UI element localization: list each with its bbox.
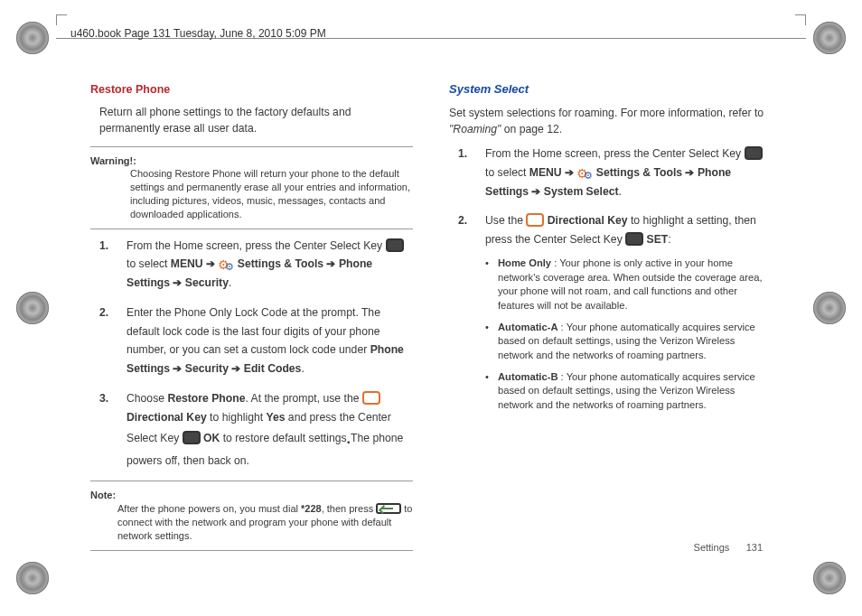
text: to highlight <box>207 411 267 424</box>
step-number: 1. <box>458 145 467 163</box>
text: , then press <box>322 503 377 514</box>
star-code: *228 <box>301 503 322 514</box>
arrow-icon: ➔ <box>529 185 544 198</box>
divider <box>90 481 413 481</box>
text: Enter the Phone Only Lock Code at the pr… <box>126 306 380 356</box>
option-title: Home Only <box>498 257 551 268</box>
center-select-key-icon <box>386 238 404 252</box>
side-ornament-icon <box>16 292 49 324</box>
arrow-icon: ➔ <box>562 166 577 179</box>
divider <box>90 550 413 551</box>
step-2: 2. Use the Directional Key to highlight … <box>458 211 772 412</box>
text: From the Home screen, press the Center S… <box>126 239 386 252</box>
center-select-key-icon <box>183 431 201 444</box>
text: Choose <box>126 392 167 405</box>
page-footer: Settings 131 <box>694 542 763 553</box>
options-list: Home Only : Your phone is only active in… <box>485 257 772 413</box>
footer-section: Settings <box>694 542 730 553</box>
center-select-key-icon <box>625 232 643 246</box>
note-block: Note: After the phone powers on, you mus… <box>90 489 413 542</box>
text: . <box>301 362 304 375</box>
step-number: 2. <box>458 211 467 230</box>
intro-text: Set system selections for roaming. For m… <box>449 106 772 137</box>
divider <box>90 146 413 147</box>
option-automatic-a: Automatic-A : Your phone automatically a… <box>485 321 772 363</box>
corner-ornament-icon <box>16 22 49 54</box>
arrow-icon: ➔ <box>203 257 219 270</box>
note-label: Note: <box>90 490 116 500</box>
system-select-label: System Select <box>544 185 619 198</box>
restore-steps: 1. From the Home screen, press the Cente… <box>99 237 413 471</box>
directional-key-label: Directional Key <box>126 411 207 424</box>
text: . <box>619 185 622 198</box>
ok-label: OK <box>201 432 220 444</box>
settings-gear-icon <box>576 165 593 179</box>
text: . At the prompt, use the <box>245 392 361 405</box>
arrow-icon: ➔ <box>170 276 185 289</box>
intro-text: Return all phone settings to the factory… <box>99 105 413 136</box>
footer-page-number: 131 <box>746 542 763 553</box>
text: Set system selections for roaming. For m… <box>449 107 764 119</box>
warning-text: Choosing Restore Phone will return your … <box>130 167 413 220</box>
warning-block: Warning!: Choosing Restore Phone will re… <box>90 154 413 221</box>
arrow-icon: ➔ <box>229 362 244 375</box>
option-title: Automatic-B <box>498 371 558 382</box>
text: . <box>229 276 231 289</box>
text: to select <box>126 257 171 270</box>
security-label: Security <box>185 362 229 375</box>
heading-system-select: System Select <box>449 81 772 98</box>
step-1: 1. From the Home screen, press the Cente… <box>458 145 772 201</box>
step-number: 3. <box>99 389 108 408</box>
side-ornament-icon <box>813 292 846 324</box>
right-column: System Select Set system selections for … <box>449 81 772 562</box>
text: on page 12. <box>504 123 562 135</box>
text: : <box>668 233 670 246</box>
directional-key-icon <box>362 391 380 405</box>
crop-mark-icon <box>56 14 67 25</box>
arrow-icon: ➔ <box>682 166 698 179</box>
directional-key-label: Directional Key <box>544 214 627 227</box>
text: to select <box>485 166 529 179</box>
page-content: Restore Phone Return all phone settings … <box>90 81 772 562</box>
crop-mark-icon <box>795 14 806 25</box>
divider <box>90 229 413 229</box>
center-select-key-icon <box>745 146 763 160</box>
text: From the Home screen, press the Center S… <box>485 147 745 160</box>
text: to restore default settings <box>220 432 346 444</box>
option-automatic-b: Automatic-B : Your phone automatically a… <box>485 370 772 413</box>
edit-codes-label: Edit Codes <box>244 362 302 375</box>
settings-tools-label: Settings & Tools <box>234 257 323 270</box>
step-2: 2. Enter the Phone Only Lock Code at the… <box>99 303 413 378</box>
security-label: Security <box>185 276 229 289</box>
step-1: 1. From the Home screen, press the Cente… <box>99 237 413 293</box>
settings-gear-icon <box>218 257 234 270</box>
corner-ornament-icon <box>16 562 49 594</box>
arrow-icon: ➔ <box>323 257 339 270</box>
text: After the phone powers on, you must dial <box>117 503 301 514</box>
step-number: 1. <box>99 237 108 256</box>
step-number: 2. <box>99 303 108 322</box>
option-home-only: Home Only : Your phone is only active in… <box>485 257 772 313</box>
system-select-steps: 1. From the Home screen, press the Cente… <box>458 145 772 412</box>
arrow-icon: ➔ <box>170 362 185 375</box>
text: Use the <box>485 214 526 227</box>
directional-key-icon <box>526 213 544 227</box>
heading-restore-phone: Restore Phone <box>90 81 413 98</box>
option-title: Automatic-A <box>498 322 558 332</box>
settings-tools-label: Settings & Tools <box>593 166 682 179</box>
menu-label: MENU <box>171 257 203 270</box>
step-3: 3. Choose Restore Phone. At the prompt, … <box>99 389 413 470</box>
send-key-icon <box>376 503 401 514</box>
note-text: After the phone powers on, you must dial… <box>117 502 413 543</box>
yes-label: Yes <box>266 411 285 424</box>
left-column: Restore Phone Return all phone settings … <box>90 81 413 562</box>
menu-label: MENU <box>529 166 562 179</box>
corner-ornament-icon <box>813 562 846 594</box>
roaming-ref: "Roaming" <box>449 123 504 135</box>
restore-phone-label: Restore Phone <box>167 392 245 405</box>
book-header: u460.book Page 131 Tuesday, June 8, 2010… <box>70 27 326 40</box>
warning-label: Warning!: <box>90 155 136 166</box>
set-label: SET <box>643 233 668 246</box>
corner-ornament-icon <box>813 22 846 54</box>
